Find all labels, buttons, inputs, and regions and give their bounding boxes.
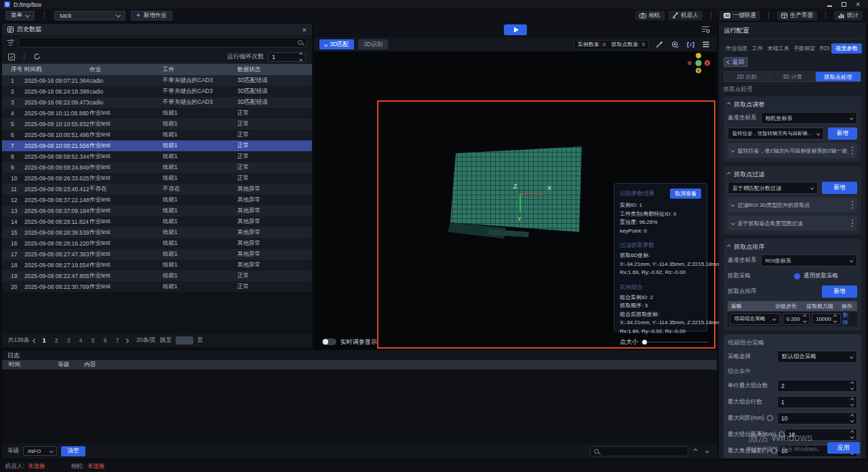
delete-row-link[interactable]: 删除 — [843, 311, 855, 326]
chevron-down-icon[interactable] — [850, 386, 854, 389]
chevron-up-icon[interactable] — [833, 315, 837, 319]
carton-field-stepper[interactable]: 1 — [777, 396, 857, 408]
more-options-icon[interactable] — [852, 222, 854, 224]
tab-2d-recognition[interactable]: 2D识别 — [358, 39, 388, 50]
config-tab-3[interactable]: 手眼标定 — [791, 43, 818, 54]
chevron-down-icon[interactable] — [850, 418, 854, 422]
filter-item[interactable]: 过滤ROI 3D类型区外的抓取点 — [728, 197, 857, 212]
page-number[interactable]: 2 — [53, 337, 60, 344]
view-menu-button[interactable] — [701, 40, 711, 50]
stepper-arrows[interactable] — [851, 399, 854, 406]
close-icon[interactable]: × — [302, 26, 307, 34]
config-subtab-1[interactable]: 3D 计算 — [770, 72, 815, 81]
log-level-select[interactable]: INFO — [23, 446, 57, 456]
carton-field-stepper[interactable]: 10 — [785, 429, 857, 441]
search-next-button[interactable] — [703, 447, 711, 455]
maximize-button[interactable] — [842, 1, 846, 8]
chevron-up-icon[interactable] — [850, 398, 854, 401]
history-search-input[interactable] — [23, 39, 298, 46]
more-options-icon[interactable] — [852, 150, 854, 152]
view-cube-button[interactable] — [685, 40, 696, 50]
robot-button[interactable]: 机器人 — [669, 11, 703, 20]
config-tab-5[interactable]: 视觉参数 — [831, 43, 862, 54]
page-number[interactable]: 3 — [65, 337, 72, 344]
point-size-slider[interactable] — [642, 338, 709, 345]
chevron-up-icon[interactable] — [299, 53, 302, 56]
page-number[interactable]: 4 — [77, 337, 84, 344]
page-number[interactable]: 7 — [114, 337, 121, 344]
table-row[interactable]: 152025-09-08 08:28:39.539作业test纸箱1其他异常 — [2, 227, 312, 238]
table-row[interactable]: 32025-09-16 06:22:09.473cadio不带关键点的CAD33… — [2, 97, 312, 108]
per-page-label[interactable]: 20条/页 — [136, 336, 156, 345]
filter-icon[interactable] — [7, 39, 14, 46]
row-step-stepper[interactable]: 0.200 — [783, 313, 810, 325]
page-number[interactable]: 6 — [102, 337, 108, 344]
config-tab-2[interactable]: 末端工具 — [765, 43, 791, 54]
display-settings-button[interactable] — [701, 25, 710, 33]
chevron-up-icon[interactable] — [803, 315, 806, 319]
chevron-up-icon[interactable] — [850, 382, 854, 385]
prev-page-icon[interactable] — [33, 338, 37, 342]
table-row[interactable]: 192025-09-08 08:22:47.805作业test纸箱1正常 — [2, 271, 312, 281]
table-row[interactable]: 52025-09-08 10:10:55.832作业test纸箱1正常 — [2, 119, 312, 130]
table-row[interactable]: 82025-09-08 09:59:52.344作业test纸箱1正常 — [2, 151, 312, 162]
add-filter-button[interactable]: 新增 — [822, 182, 857, 194]
chevron-up-icon[interactable] — [850, 414, 854, 418]
stepper-arrows[interactable] — [851, 382, 854, 389]
production-ui-button[interactable]: 生产界面 — [777, 11, 817, 20]
stepper-arrows[interactable] — [851, 415, 854, 422]
chevron-down-icon[interactable] — [833, 319, 837, 323]
add-adjust-button[interactable]: 新增 — [828, 127, 857, 140]
pointcloud-display-button[interactable] — [669, 40, 680, 50]
table-row[interactable]: 22025-09-16 06:24:18.398cadio不带关键点的CAD33… — [2, 86, 312, 97]
config-tab-0[interactable]: 作业信息 — [724, 43, 750, 54]
table-row[interactable]: 92025-09-08 09:59:24.849作业test纸箱1正常 — [2, 162, 312, 173]
filter-item[interactable]: 基于抓取姿态角度范围过滤 — [728, 216, 857, 231]
table-row[interactable]: 132025-09-08 08:37:09.184作业test纸箱1其他异常 — [2, 205, 312, 216]
table-row[interactable]: 72025-09-08 10:00:21.556作业test纸箱1正常 — [2, 140, 312, 151]
table-row[interactable]: 112025-09-08 09:23:40.412不存在不存在其他异常 — [2, 184, 312, 195]
menu-button[interactable]: 菜单 — [5, 11, 35, 20]
chevron-down-icon[interactable] — [850, 435, 854, 438]
table-row[interactable]: 182025-09-08 08:27:19.554作业test纸箱1其他异常 — [2, 260, 312, 271]
close-button[interactable]: × — [856, 2, 860, 7]
adjust-item[interactable]: 旋转位姿，使Z轴方向与目标坐标系的Z轴一致 — [728, 143, 857, 158]
filter-type-select[interactable]: 基于精匹配分数过滤 — [728, 182, 818, 194]
job-select[interactable]: sack — [54, 11, 125, 20]
grasp-adjust-header[interactable]: 抓取点调整 — [728, 100, 857, 109]
chevron-down-icon[interactable] — [299, 57, 302, 60]
next-page-icon[interactable] — [124, 338, 129, 342]
sort-coord-select[interactable]: ROI坐标系 — [761, 254, 858, 267]
config-tab-1[interactable]: 工件 — [750, 43, 765, 54]
search-prev-button[interactable] — [692, 447, 700, 455]
run-button[interactable] — [504, 24, 527, 35]
table-row[interactable]: 102025-09-08 09:26:33.625作业test纸箱1正常 — [2, 173, 312, 184]
table-row[interactable]: 12025-09-16 09:07:21.364cadio不带关键点的CAD33… — [2, 75, 312, 86]
page-number[interactable]: 5 — [90, 337, 96, 344]
apply-button[interactable]: 应用 — [827, 442, 860, 454]
ai-connect-button[interactable]: AI 一键联通 — [719, 11, 760, 20]
table-row[interactable]: 162025-09-08 08:28:16.220作业test纸箱1其他异常 — [2, 238, 312, 249]
more-options-icon[interactable] — [852, 204, 854, 206]
grasp-sort-header[interactable]: 抓取点排序 — [728, 243, 857, 251]
back-button[interactable]: 返回 — [724, 57, 748, 67]
measure-tool-button[interactable] — [654, 40, 665, 50]
stepper-arrows[interactable] — [851, 431, 854, 438]
realtime-toggle[interactable] — [322, 338, 336, 345]
statistics-button[interactable]: 统计 — [834, 11, 863, 20]
chevron-down-icon[interactable] — [803, 319, 806, 323]
table-row[interactable]: 142025-09-08 08:29:11.824作业test纸箱1其他异常 — [2, 216, 312, 227]
search-icon[interactable] — [298, 40, 302, 45]
carton-field-stepper[interactable]: 2 — [777, 380, 857, 392]
chevron-up-icon[interactable] — [850, 431, 854, 434]
row-strategy-select[interactable]: 纸箱组合策略 — [730, 313, 781, 325]
grasp-filter-header[interactable]: 抓取点过滤 — [728, 170, 857, 178]
camera-button[interactable]: 相机 — [635, 11, 665, 20]
cancel-view-button[interactable]: 取消查看 — [670, 189, 701, 199]
chevron-down-icon[interactable] — [850, 402, 854, 406]
table-row[interactable]: 202025-09-08 08:22:30.769作业test纸箱1正常 — [2, 281, 312, 292]
table-row[interactable]: 42025-09-08 10:11:08.860作业test纸箱1正常 — [2, 108, 312, 119]
config-subtab-0[interactable]: 2D 识别 — [724, 72, 770, 81]
table-row[interactable]: 122025-09-08 08:37:22.148作业test纸箱1其他异常 — [2, 195, 312, 205]
info-icon[interactable] — [771, 448, 777, 454]
